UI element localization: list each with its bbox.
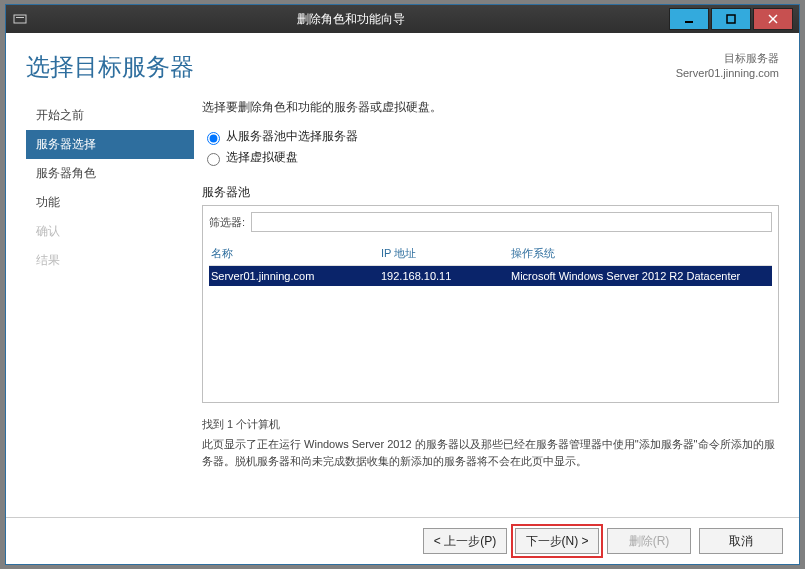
minimize-button[interactable] [669, 8, 709, 30]
previous-button[interactable]: < 上一步(P) [423, 528, 507, 554]
server-pool-label: 服务器池 [202, 184, 779, 201]
col-name-header[interactable]: 名称 [211, 246, 381, 261]
target-label: 目标服务器 [676, 51, 779, 66]
filter-input[interactable] [251, 212, 772, 232]
body-row: 开始之前 服务器选择 服务器角色 功能 确认 结果 选择要删除角色和功能的服务器… [26, 99, 779, 511]
titlebar: 删除角色和功能向导 [6, 5, 799, 33]
step-confirm: 确认 [26, 217, 194, 246]
target-value: Server01.jinning.com [676, 66, 779, 81]
server-pool-box: 筛选器: 名称 IP 地址 操作系统 Server01.jinning.com … [202, 205, 779, 403]
content-area: 选择目标服务器 目标服务器 Server01.jinning.com 开始之前 … [6, 33, 799, 517]
table-body: Server01.jinning.com 192.168.10.11 Micro… [209, 266, 772, 396]
step-server-roles[interactable]: 服务器角色 [26, 159, 194, 188]
remove-button: 删除(R) [607, 528, 691, 554]
app-icon [12, 11, 28, 27]
cell-os: Microsoft Windows Server 2012 R2 Datacen… [511, 270, 770, 282]
radio-server-pool-label: 从服务器池中选择服务器 [226, 128, 358, 145]
svg-rect-1 [16, 17, 24, 18]
filter-row: 筛选器: [209, 212, 772, 232]
radio-vhd-label: 选择虚拟硬盘 [226, 149, 298, 166]
step-features[interactable]: 功能 [26, 188, 194, 217]
maximize-button[interactable] [711, 8, 751, 30]
svg-rect-0 [14, 15, 26, 23]
instruction-text: 选择要删除角色和功能的服务器或虚拟硬盘。 [202, 99, 779, 116]
source-radio-group: 从服务器池中选择服务器 选择虚拟硬盘 [202, 128, 779, 170]
header-row: 选择目标服务器 目标服务器 Server01.jinning.com [26, 51, 779, 83]
next-button[interactable]: 下一步(N) > [515, 528, 599, 554]
filter-label: 筛选器: [209, 215, 245, 230]
radio-server-pool-input[interactable] [207, 132, 220, 145]
table-header: 名称 IP 地址 操作系统 [209, 242, 772, 266]
col-os-header[interactable]: 操作系统 [511, 246, 770, 261]
window-title: 删除角色和功能向导 [34, 11, 667, 28]
cell-name: Server01.jinning.com [211, 270, 381, 282]
col-ip-header[interactable]: IP 地址 [381, 246, 511, 261]
page-title: 选择目标服务器 [26, 51, 194, 83]
step-server-select[interactable]: 服务器选择 [26, 130, 194, 159]
computer-count: 找到 1 个计算机 [202, 417, 779, 432]
cell-ip: 192.168.10.11 [381, 270, 511, 282]
table-row[interactable]: Server01.jinning.com 192.168.10.11 Micro… [209, 266, 772, 286]
cancel-button[interactable]: 取消 [699, 528, 783, 554]
footnote-text: 此页显示了正在运行 Windows Server 2012 的服务器以及那些已经… [202, 436, 779, 469]
window-controls [667, 8, 793, 30]
step-results: 结果 [26, 246, 194, 275]
footer-buttons: < 上一步(P) 下一步(N) > 删除(R) 取消 [6, 517, 799, 564]
step-before-begin[interactable]: 开始之前 [26, 101, 194, 130]
radio-vhd-input[interactable] [207, 153, 220, 166]
radio-server-pool[interactable]: 从服务器池中选择服务器 [202, 128, 779, 145]
steps-sidebar: 开始之前 服务器选择 服务器角色 功能 确认 结果 [26, 99, 194, 511]
target-info: 目标服务器 Server01.jinning.com [676, 51, 779, 82]
svg-rect-3 [727, 15, 735, 23]
radio-vhd[interactable]: 选择虚拟硬盘 [202, 149, 779, 166]
wizard-window: 删除角色和功能向导 选择目标服务器 目标服务器 Server01.jinning… [5, 4, 800, 565]
close-button[interactable] [753, 8, 793, 30]
main-panel: 选择要删除角色和功能的服务器或虚拟硬盘。 从服务器池中选择服务器 选择虚拟硬盘 … [194, 99, 779, 511]
